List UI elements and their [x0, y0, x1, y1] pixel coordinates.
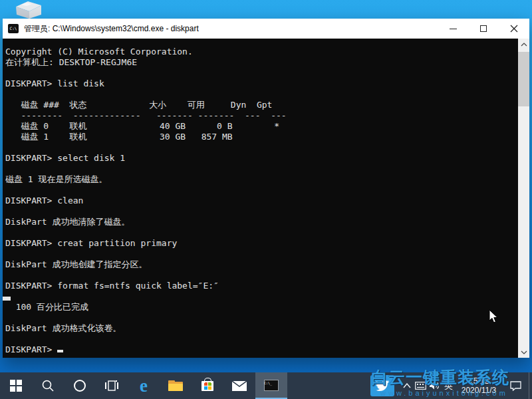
file-explorer-button[interactable] [160, 372, 192, 399]
start-button[interactable] [0, 372, 32, 399]
taskbar: e C:\_ [0, 372, 532, 399]
prompt-text: DISKPART> [5, 344, 52, 354]
notification-icon [510, 381, 521, 391]
console-line: 磁盘 1 联机 30 GB 857 MB [5, 132, 518, 142]
console-line [5, 164, 518, 174]
console-line: DISKPART> select disk 1 [5, 153, 518, 164]
touch-keyboard-button[interactable] [414, 372, 428, 399]
console-line: 磁盘 1 现在是所选磁盘。 [5, 174, 518, 185]
minimize-button[interactable] [438, 19, 468, 39]
show-desktop-button[interactable] [529, 372, 532, 399]
edge-icon: e [140, 377, 148, 395]
window-title: 管理员: C:\Windows\system32\cmd.exe - diskp… [24, 23, 438, 35]
store-button[interactable] [192, 372, 223, 399]
mail-button[interactable] [223, 372, 255, 399]
console-line: DISKPART> list disk [5, 78, 518, 89]
minimize-icon [450, 29, 457, 29]
console-line [5, 270, 518, 281]
cortana-circle-icon [73, 379, 86, 392]
cmd-window-icon: C:\_ [264, 380, 279, 391]
taskbar-clock[interactable]: 15:12 2020/11/3 [456, 376, 502, 395]
console-line [5, 68, 518, 78]
clock-time: 15:12 [457, 376, 501, 386]
ime-indicator[interactable]: 英 [442, 372, 456, 399]
console-line [5, 142, 518, 153]
search-button[interactable] [32, 372, 64, 399]
clock-date: 2020/11/3 [457, 386, 501, 395]
maximize-icon [480, 25, 487, 32]
console-line [5, 227, 518, 238]
edge-button[interactable]: e [128, 372, 160, 399]
chevron-down-icon [521, 350, 527, 354]
scroll-down-button[interactable] [518, 346, 529, 358]
mail-icon [232, 381, 247, 391]
titlebar[interactable]: C:\ 管理员: C:\Windows\system32\cmd.exe - d… [3, 19, 529, 39]
console-output[interactable]: Copyright (C) Microsoft Corporation.在计算机… [3, 39, 518, 358]
console-line: 在计算机上: DESKTOP-REGJM6E [5, 57, 518, 68]
console-line [5, 291, 518, 302]
cortana-button[interactable] [64, 372, 96, 399]
console-line [5, 185, 518, 196]
speaker-icon [430, 381, 440, 390]
console-line: 磁盘 0 联机 40 GB 0 B * [5, 121, 518, 132]
console-line: DISKPART> clean [5, 196, 518, 206]
twitter-tray-button[interactable] [370, 375, 394, 396]
progress-cursor-artifact [3, 297, 11, 301]
console-line: DISKPART> format fs=ntfs quick label=″E:… [5, 281, 518, 291]
console-prompt-line: DISKPART> [5, 344, 518, 355]
scroll-up-button[interactable] [518, 39, 529, 50]
cmd-taskbar-button[interactable]: C:\_ [255, 372, 287, 399]
close-button[interactable] [499, 19, 529, 39]
cmd-window: C:\ 管理员: C:\Windows\system32\cmd.exe - d… [3, 19, 529, 358]
folder-icon [168, 380, 183, 391]
system-tray: 英 15:12 2020/11/3 [370, 372, 532, 399]
console-line: DiskPart 成功地清除了磁盘。 [5, 217, 518, 227]
twitter-bird-icon [375, 380, 390, 392]
console-line: DiskPart 成功格式化该卷。 [5, 323, 518, 334]
windows-logo-icon [10, 380, 22, 392]
show-hidden-icons-button[interactable] [400, 372, 414, 399]
chevron-up-icon [521, 43, 527, 47]
console-line: 100 百分比已完成 [5, 302, 518, 313]
console-line [5, 249, 518, 259]
console-line: DiskPart 成功地创建了指定分区。 [5, 259, 518, 270]
mouse-cursor [489, 309, 499, 327]
console-lines: Copyright (C) Microsoft Corporation.在计算机… [5, 47, 518, 344]
store-bag-icon [201, 381, 213, 391]
close-icon [510, 25, 518, 33]
chevron-up-icon [403, 383, 411, 388]
scrollbar-thumb[interactable] [518, 52, 529, 106]
task-view-button[interactable] [96, 372, 128, 399]
maximize-button[interactable] [468, 19, 499, 39]
console-line: -------- ------------- ------- ------- -… [5, 110, 518, 121]
console-line: DISKPART> creat partition primary [5, 238, 518, 249]
console-line [5, 206, 518, 217]
cmd-icon: C:\ [8, 24, 19, 33]
touch-keyboard-icon [415, 382, 426, 390]
text-cursor [57, 350, 63, 352]
action-center-button[interactable] [502, 372, 529, 399]
vertical-scrollbar[interactable] [518, 39, 529, 358]
task-view-icon [105, 380, 118, 392]
console-line: Copyright (C) Microsoft Corporation. [5, 47, 518, 57]
console-line: 磁盘 ### 状态 大小 可用 Dyn Gpt [5, 100, 518, 110]
console-line [5, 313, 518, 323]
search-icon [41, 379, 55, 392]
console-line [5, 334, 518, 344]
console-line [5, 89, 518, 100]
volume-button[interactable] [428, 372, 442, 399]
